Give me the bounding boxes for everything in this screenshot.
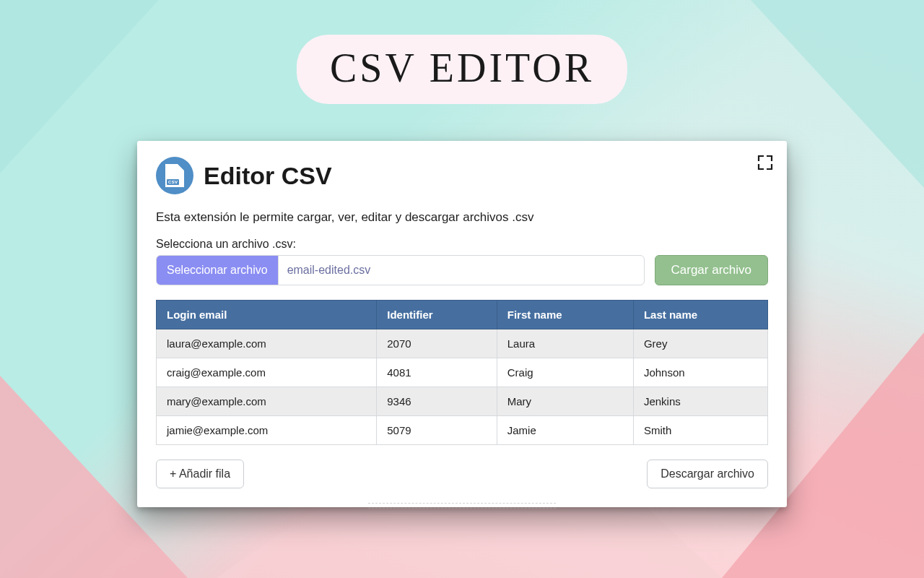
file-picker-row: Seleccionar archivo email-edited.csv Car…	[156, 255, 768, 285]
table-row: laura@example.com2070LauraGrey	[157, 329, 768, 358]
page-title-banner: CSV EDITOR	[297, 35, 627, 104]
table-row: craig@example.com4081CraigJohnson	[157, 358, 768, 387]
select-file-button[interactable]: Seleccionar archivo	[157, 256, 279, 285]
table-cell[interactable]: Jenkins	[633, 387, 767, 416]
csv-logo-tag: CSV	[167, 179, 179, 185]
table-cell[interactable]: craig@example.com	[157, 358, 377, 387]
table-cell[interactable]: 4081	[377, 358, 497, 387]
panel-header: CSV Editor CSV	[156, 157, 768, 194]
table-cell[interactable]: Smith	[633, 416, 767, 445]
table-row: jamie@example.com5079JamieSmith	[157, 416, 768, 445]
table-cell[interactable]: Grey	[633, 329, 767, 358]
table-cell[interactable]: laura@example.com	[157, 329, 377, 358]
table-cell[interactable]: 2070	[377, 329, 497, 358]
panel-title: Editor CSV	[204, 162, 332, 190]
csv-logo-icon: CSV	[156, 157, 193, 194]
table-cell[interactable]: Craig	[497, 358, 633, 387]
table-cell[interactable]: Johnson	[633, 358, 767, 387]
expand-button[interactable]	[755, 152, 775, 173]
table-cell[interactable]: 9346	[377, 387, 497, 416]
column-header[interactable]: Last name	[633, 301, 767, 329]
table-cell[interactable]: 5079	[377, 416, 497, 445]
table-cell[interactable]: jamie@example.com	[157, 416, 377, 445]
load-file-button[interactable]: Cargar archivo	[655, 255, 769, 285]
table-row: mary@example.com9346MaryJenkins	[157, 387, 768, 416]
column-header[interactable]: First name	[497, 301, 633, 329]
expand-icon	[757, 154, 774, 171]
download-file-button[interactable]: Descargar archivo	[647, 460, 768, 488]
editor-panel: CSV Editor CSV Esta extensión le permite…	[137, 141, 787, 507]
file-input[interactable]: Seleccionar archivo email-edited.csv	[156, 255, 645, 285]
file-picker-label: Selecciona un archivo .csv:	[156, 238, 768, 251]
column-header[interactable]: Identifier	[377, 301, 497, 329]
table-cell[interactable]: Mary	[497, 387, 633, 416]
table-cell[interactable]: mary@example.com	[157, 387, 377, 416]
page-title: CSV EDITOR	[330, 46, 594, 90]
table-cell[interactable]: Jamie	[497, 416, 633, 445]
add-row-button[interactable]: + Añadir fila	[156, 460, 244, 488]
column-header[interactable]: Login email	[157, 301, 377, 329]
resize-handle[interactable]	[368, 503, 556, 509]
table-actions: + Añadir fila Descargar archivo	[156, 460, 768, 488]
panel-description: Esta extensión le permite cargar, ver, e…	[156, 210, 768, 225]
selected-filename: email-edited.csv	[279, 256, 644, 285]
csv-table: Login emailIdentifierFirst nameLast name…	[156, 300, 768, 445]
table-cell[interactable]: Laura	[497, 329, 633, 358]
